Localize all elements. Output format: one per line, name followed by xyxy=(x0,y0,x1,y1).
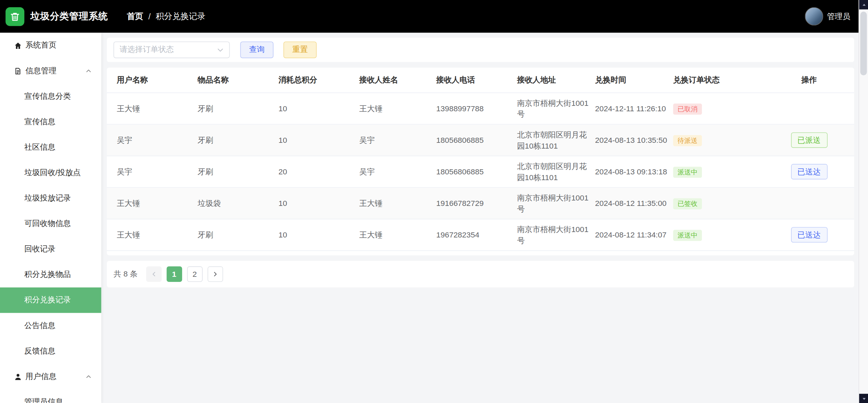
column-header: 接收人地址 xyxy=(517,75,595,85)
select-placeholder: 请选择订单状态 xyxy=(120,45,174,55)
cell-item: 牙刷 xyxy=(198,103,278,114)
sidebar-item[interactable]: 垃圾回收/投放点 xyxy=(0,160,101,186)
cell-text: 垃圾袋 xyxy=(198,199,221,208)
sidebar-item[interactable]: 信息管理 xyxy=(0,58,101,83)
cell-text: 王大锤 xyxy=(359,199,383,208)
sidebar-item-label: 公告信息 xyxy=(24,321,55,330)
cell-text: 南京市梧桐大街1001号 xyxy=(517,99,589,119)
cell-text: 10 xyxy=(278,230,287,239)
cell-text: 北京市朝阳区明月花园10栋1101 xyxy=(517,162,587,182)
status-badge: 待派送 xyxy=(673,135,702,146)
cell-receiver: 王大锤 xyxy=(359,229,436,241)
column-header: 用户名称 xyxy=(117,75,197,85)
chevron-up-icon xyxy=(86,68,91,74)
mark-dispatched-button[interactable]: 已派送 xyxy=(791,132,827,148)
sidebar-item[interactable]: 公告信息 xyxy=(0,313,101,338)
column-header: 物品名称 xyxy=(198,75,278,85)
column-header: 操作 xyxy=(774,75,844,85)
vertical-scrollbar[interactable] xyxy=(859,0,868,403)
total-count-label: 共 8 条 xyxy=(114,269,138,279)
app-title: 垃圾分类管理系统 xyxy=(31,10,108,23)
cell-text: 吴宇 xyxy=(117,136,132,145)
sidebar-item-label: 可回收物信息 xyxy=(24,219,71,229)
sidebar-item[interactable]: 垃圾投放记录 xyxy=(0,186,101,211)
sidebar: 系统首页信息管理宣传信息分类宣传信息社区信息垃圾回收/投放点垃圾投放记录可回收物… xyxy=(0,33,101,403)
sidebar-item[interactable]: 积分兑换物品 xyxy=(0,262,101,287)
prev-page-button[interactable] xyxy=(146,266,161,282)
column-header: 消耗总积分 xyxy=(278,75,359,85)
cell-item: 垃圾袋 xyxy=(198,198,278,209)
reset-button[interactable]: 重置 xyxy=(283,41,317,58)
order-status-select[interactable]: 请选择订单状态 xyxy=(114,41,230,58)
chevron-left-icon xyxy=(151,271,156,277)
cell-status: 已取消 xyxy=(673,103,774,114)
cell-receiver: 王大锤 xyxy=(359,103,436,114)
cell-text: 吴宇 xyxy=(359,136,375,145)
cell-text: 王大锤 xyxy=(117,199,140,208)
avatar[interactable] xyxy=(805,7,823,25)
sidebar-menu: 系统首页信息管理宣传信息分类宣传信息社区信息垃圾回收/投放点垃圾投放记录可回收物… xyxy=(0,33,101,403)
pagination: 共 8 条 12 xyxy=(107,261,854,287)
cell-status: 派送中 xyxy=(673,166,774,177)
home-icon xyxy=(13,41,22,50)
cell-text: 2024-08-13 10:35:50 xyxy=(595,136,667,145)
trash-recycle-icon xyxy=(9,11,21,22)
sidebar-item-active[interactable]: 积分兑换记录 xyxy=(0,287,101,313)
scroll-up-arrow-icon[interactable] xyxy=(859,0,868,9)
sidebar-item[interactable]: 可回收物信息 xyxy=(0,211,101,236)
cell-text: 王大锤 xyxy=(359,104,383,113)
main-content: 请选择订单状态 查询 重置 用户名称物品名称消耗总积分接收人姓名接收人电话接收人… xyxy=(101,33,859,403)
next-page-button[interactable] xyxy=(208,266,223,282)
mark-delivered-button[interactable]: 已送达 xyxy=(791,164,827,179)
scroll-down-arrow-icon[interactable] xyxy=(859,394,868,403)
sidebar-item[interactable]: 系统首页 xyxy=(0,33,101,58)
page-2-button[interactable]: 2 xyxy=(187,266,202,282)
cell-text: 18056806885 xyxy=(436,136,484,145)
sidebar-item[interactable]: 宣传信息 xyxy=(0,109,101,135)
sidebar-item-label: 宣传信息分类 xyxy=(24,91,71,101)
cell-points: 10 xyxy=(278,229,359,241)
scrollbar-thumb[interactable] xyxy=(860,12,867,75)
sidebar-item[interactable]: 反馈信息 xyxy=(0,339,101,364)
cell-text: 10 xyxy=(278,199,287,208)
sidebar-item[interactable]: 宣传信息分类 xyxy=(0,84,101,109)
cell-address: 南京市梧桐大街1001号 xyxy=(517,224,595,246)
cell-phone: 19166782729 xyxy=(436,198,517,209)
cell-text: 牙刷 xyxy=(198,167,213,176)
cell-text: 吴宇 xyxy=(359,167,375,176)
sidebar-item-label: 积分兑换物品 xyxy=(24,270,71,280)
mark-delivered-button[interactable]: 已送达 xyxy=(791,227,827,243)
sidebar-item[interactable]: 回收记录 xyxy=(0,236,101,262)
cell-receiver: 王大锤 xyxy=(359,198,436,209)
sidebar-item[interactable]: 管理员信息 xyxy=(0,389,101,403)
cell-user: 王大锤 xyxy=(117,198,197,209)
cell-text: 牙刷 xyxy=(198,104,213,113)
breadcrumb-current: 积分兑换记录 xyxy=(156,11,205,22)
chevron-right-icon xyxy=(212,271,218,277)
sidebar-item-label: 社区信息 xyxy=(24,142,55,152)
sidebar-item-label: 用户信息 xyxy=(25,372,56,382)
top-header: 垃圾分类管理系统 首页 / 积分兑换记录 管理员 xyxy=(0,0,868,33)
cell-action: 已送达 xyxy=(774,227,844,243)
cell-time: 2024-12-11 11:26:10 xyxy=(595,103,673,114)
page-1-button[interactable]: 1 xyxy=(166,266,182,282)
sidebar-item[interactable]: 用户信息 xyxy=(0,364,101,389)
cell-points: 10 xyxy=(278,198,359,209)
cell-points: 20 xyxy=(278,166,359,177)
query-button[interactable]: 查询 xyxy=(240,41,274,58)
cell-text: 南京市梧桐大街1001号 xyxy=(517,225,589,245)
cell-text: 王大锤 xyxy=(117,104,140,113)
breadcrumb-home-link[interactable]: 首页 xyxy=(127,11,143,22)
cell-address: 南京市梧桐大街1001号 xyxy=(517,97,595,119)
sidebar-item[interactable]: 社区信息 xyxy=(0,135,101,160)
sidebar-item-label: 反馈信息 xyxy=(24,346,55,356)
sidebar-item-label: 积分兑换记录 xyxy=(24,295,71,305)
filter-bar: 请选择订单状态 查询 重置 xyxy=(107,38,854,62)
column-header: 接收人电话 xyxy=(436,75,517,85)
sidebar-item-label: 系统首页 xyxy=(25,40,56,50)
cell-address: 北京市朝阳区明月花园10栋1101 xyxy=(517,160,595,183)
cell-time: 2024-08-12 11:34:07 xyxy=(595,229,673,241)
cell-text: 2024-08-12 11:35:00 xyxy=(595,199,667,208)
user-area: 管理员 xyxy=(805,0,850,33)
cell-address: 北京市朝阳区明月花园10栋1101 xyxy=(517,129,595,151)
